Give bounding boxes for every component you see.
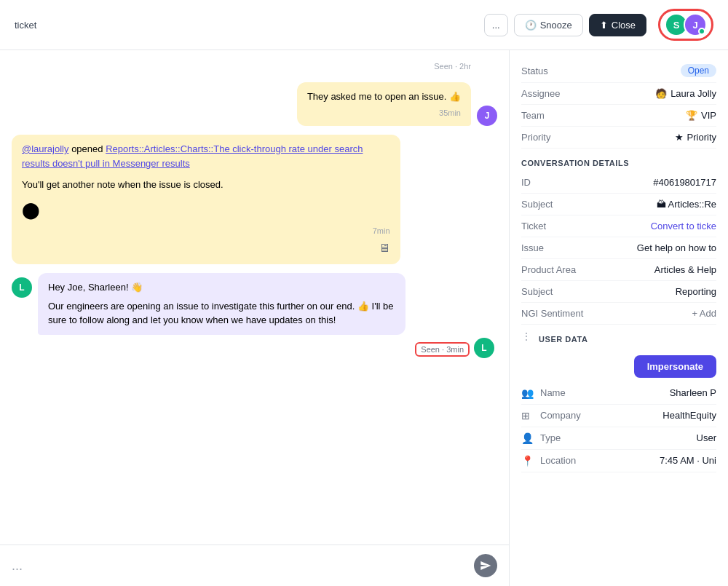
- subject2-label: Subject: [521, 286, 587, 297]
- sender-avatar: J: [477, 106, 497, 126]
- issue-value[interactable]: Get help on how to: [587, 242, 716, 253]
- id-row: ID #40619801717: [521, 172, 716, 194]
- close-label: Close: [612, 20, 636, 31]
- message-bubble: They asked me to open an issue. 👍 35min: [297, 82, 471, 126]
- agent-msg-text1: Hey Joe, Sharleen! 👋: [48, 280, 395, 295]
- ngi-value[interactable]: + Add: [587, 308, 716, 319]
- subject2-value[interactable]: Reporting: [587, 286, 716, 297]
- conversation-details-title: CONVERSATION DETAILS: [521, 149, 716, 172]
- subject1-value[interactable]: 🏔 Articles::Re: [587, 199, 716, 210]
- ticket-label2: Ticket: [521, 221, 587, 231]
- avatar-j: J: [684, 13, 707, 36]
- impersonate-button[interactable]: Impersonate: [634, 355, 716, 378]
- type-value[interactable]: User: [597, 432, 716, 443]
- ngi-label: NGI Sentiment: [521, 308, 587, 319]
- status-label: Status: [521, 66, 587, 76]
- id-label: ID: [521, 177, 587, 188]
- team-icon: 🏆: [686, 110, 697, 121]
- name-icon: 👥: [521, 387, 534, 399]
- main-layout: Seen · 2hr They asked me to open an issu…: [0, 50, 728, 586]
- header: ticket ... 🕐 Snooze ⬆ Close S J: [0, 0, 728, 50]
- agent-avatar: L: [12, 277, 32, 298]
- type-icon: 👤: [521, 432, 534, 444]
- subject1-row: Subject 🏔 Articles::Re: [521, 194, 716, 215]
- team-label: Team: [521, 110, 587, 121]
- company-row: ⊞ Company HealthEquity: [521, 405, 716, 427]
- system-note: You'll get another note when the issue i…: [22, 178, 390, 192]
- chat-messages: Seen · 2hr They asked me to open an issu…: [0, 50, 509, 545]
- location-label: Location: [540, 455, 591, 466]
- product-area-label: Product Area: [521, 264, 587, 275]
- priority-value[interactable]: ★ Priority: [587, 132, 716, 143]
- online-indicator: [698, 28, 705, 35]
- ticket-label: ticket: [15, 20, 36, 31]
- agent-message-row: L Hey Joe, Sharleen! 👋 Our engineers are…: [12, 273, 497, 358]
- company-label: Company: [540, 410, 591, 421]
- product-area-row: Product Area Articles & Help: [521, 259, 716, 281]
- seen-indicator: Seen · 3min: [415, 342, 470, 357]
- type-label: Type: [540, 432, 591, 443]
- footer-dots[interactable]: ...: [12, 558, 23, 574]
- system-message-row: @laurajolly opened Reports::Articles::Ch…: [12, 135, 497, 264]
- message-time: 35min: [307, 107, 461, 119]
- close-button[interactable]: ⬆ Close: [589, 14, 646, 36]
- system-msg-time: 7min: [22, 225, 390, 237]
- dots-button[interactable]: ...: [484, 14, 508, 36]
- name-row: 👥 Name Sharleen P: [521, 382, 716, 405]
- agent-msg-text2: Our engineers are opening an issue to in…: [48, 299, 395, 328]
- name-label: Name: [540, 387, 591, 398]
- assignee-row: Assignee 🧑 Laura Jolly: [521, 83, 716, 105]
- snooze-label: Snooze: [540, 20, 572, 31]
- chat-footer: ...: [0, 545, 509, 586]
- message-icon: 🖥: [379, 242, 390, 254]
- company-value[interactable]: HealthEquity: [597, 410, 716, 421]
- type-row: 👤 Type User: [521, 427, 716, 450]
- subject1-label: Subject: [521, 199, 587, 210]
- system-bubble: @laurajolly opened Reports::Articles::Ch…: [12, 135, 400, 264]
- issue-label: Issue: [521, 242, 587, 253]
- message-text: They asked me to open an issue. 👍: [307, 90, 461, 104]
- user-data-section: ⋮ USER DATA: [521, 325, 716, 348]
- close-arrow-icon: ⬆: [600, 20, 608, 31]
- priority-icon: ★: [675, 132, 684, 143]
- agent-avatars[interactable]: S J: [658, 9, 713, 41]
- snooze-icon: 🕐: [525, 20, 537, 31]
- subject2-row: Subject Reporting: [521, 281, 716, 303]
- seen-row: Seen · 3min L: [38, 338, 497, 358]
- team-value[interactable]: 🏆 VIP: [587, 110, 716, 121]
- assignee-value[interactable]: 🧑 Laura Jolly: [587, 88, 716, 99]
- issue-row: Issue Get help on how to: [521, 237, 716, 259]
- assignee-label: Assignee: [521, 88, 587, 99]
- drag-handle-icon: ⋮: [521, 330, 531, 342]
- company-icon: ⊞: [521, 410, 534, 421]
- location-row: 📍 Location 7:45 AM · Uni: [521, 450, 716, 472]
- status-badge[interactable]: Open: [681, 64, 716, 77]
- message-row: They asked me to open an issue. 👍 35min …: [12, 82, 497, 126]
- status-row: Status Open: [521, 59, 716, 83]
- first-msg-time: Seen · 2hr: [12, 62, 497, 71]
- priority-row: Priority ★ Priority: [521, 127, 716, 149]
- github-icon: ⬤: [22, 198, 390, 222]
- assignee-icon: 🧑: [655, 88, 667, 99]
- system-message-text: @laurajolly opened Reports::Articles::Ch…: [22, 142, 390, 170]
- sidebar: Status Open Assignee 🧑 Laura Jolly Team …: [510, 50, 728, 586]
- agent-avatar-small: L: [474, 338, 494, 358]
- chat-panel: Seen · 2hr They asked me to open an issu…: [0, 50, 510, 586]
- location-icon: 📍: [521, 455, 534, 467]
- team-row: Team 🏆 VIP: [521, 105, 716, 127]
- ngi-row: NGI Sentiment + Add: [521, 303, 716, 325]
- snooze-button[interactable]: 🕐 Snooze: [514, 14, 583, 36]
- product-area-value[interactable]: Articles & Help: [587, 264, 716, 275]
- agent-bubble: Hey Joe, Sharleen! 👋 Our engineers are o…: [38, 273, 405, 335]
- ticket-value[interactable]: Convert to ticke: [587, 221, 716, 231]
- ticket-row: Ticket Convert to ticke: [521, 215, 716, 237]
- send-button[interactable]: [474, 554, 497, 577]
- name-value[interactable]: Sharleen P: [597, 387, 716, 398]
- location-value[interactable]: 7:45 AM · Uni: [597, 455, 716, 466]
- author-link[interactable]: @laurajolly: [22, 143, 69, 154]
- user-data-title: USER DATA: [539, 325, 588, 348]
- status-value: Open: [587, 64, 716, 77]
- priority-label: Priority: [521, 132, 587, 143]
- id-value: #40619801717: [587, 177, 716, 188]
